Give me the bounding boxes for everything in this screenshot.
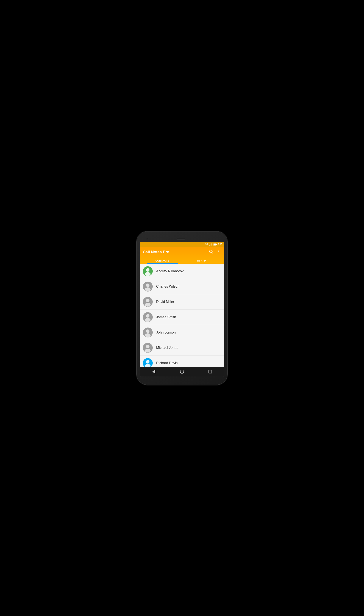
app-header: Call Notes Pro xyxy=(140,247,224,264)
svg-point-7 xyxy=(218,252,219,253)
contact-name: David Miller xyxy=(156,300,174,304)
list-item[interactable]: Andrey Nikanorov xyxy=(140,264,224,279)
svg-rect-1 xyxy=(214,244,216,245)
avatar xyxy=(143,312,153,322)
network-indicator: 3G xyxy=(205,243,208,246)
avatar xyxy=(143,297,153,307)
speaker-grille xyxy=(177,238,185,240)
contact-name: Andrey Nikanorov xyxy=(156,269,183,273)
front-camera xyxy=(146,238,148,240)
camera-area xyxy=(146,238,148,240)
contact-name: Charles Wilson xyxy=(156,285,179,288)
time-display: 6:08 xyxy=(218,243,222,246)
list-item[interactable]: Richard Davis xyxy=(140,356,224,367)
avatar xyxy=(143,266,153,276)
svg-point-19 xyxy=(145,349,151,353)
list-item[interactable]: John Jonson xyxy=(140,325,224,340)
list-item[interactable]: Charles Wilson xyxy=(140,279,224,294)
contact-name: James Smith xyxy=(156,315,176,319)
list-item[interactable]: Michael Jones xyxy=(140,340,224,356)
svg-point-11 xyxy=(145,287,151,291)
app-title-row: Call Notes Pro xyxy=(143,249,221,257)
svg-point-13 xyxy=(145,303,151,307)
svg-point-16 xyxy=(146,329,149,333)
svg-point-9 xyxy=(145,272,151,276)
contact-name: Michael Jones xyxy=(156,346,178,350)
svg-rect-2 xyxy=(216,244,217,245)
svg-point-18 xyxy=(146,345,149,348)
phone-top-bar xyxy=(140,235,224,242)
avatar xyxy=(143,328,153,337)
svg-point-20 xyxy=(146,360,149,364)
svg-point-21 xyxy=(145,364,151,367)
contact-list: Andrey Nikanorov Charles Wilson xyxy=(140,264,224,367)
recents-button[interactable] xyxy=(206,367,215,376)
home-button[interactable] xyxy=(178,367,186,376)
phone-screen: 3G 6:08 Call Notes Pro xyxy=(140,242,224,376)
svg-point-14 xyxy=(146,314,149,318)
signal-icon xyxy=(209,243,212,246)
svg-point-15 xyxy=(145,318,151,322)
home-icon xyxy=(180,370,184,374)
contact-name: John Jonson xyxy=(156,330,176,334)
svg-point-10 xyxy=(146,284,149,287)
more-menu-icon[interactable] xyxy=(216,249,221,255)
svg-point-5 xyxy=(218,250,219,250)
svg-point-12 xyxy=(146,299,149,302)
avatar xyxy=(143,358,153,367)
phone-device: 3G 6:08 Call Notes Pro xyxy=(137,232,227,385)
back-button[interactable] xyxy=(149,367,158,376)
recents-icon xyxy=(208,370,212,373)
app-title: Call Notes Pro xyxy=(143,250,169,254)
tab-in-app[interactable]: IN-APP xyxy=(182,257,221,264)
status-bar: 3G 6:08 xyxy=(140,242,224,247)
back-icon xyxy=(152,370,155,374)
battery-icon xyxy=(213,243,217,246)
search-icon[interactable] xyxy=(209,249,213,255)
tabs-row: CONTACTS IN-APP xyxy=(143,257,221,264)
avatar xyxy=(143,282,153,291)
contact-name: Richard Davis xyxy=(156,361,178,365)
status-icons: 3G 6:08 xyxy=(205,243,222,246)
list-item[interactable]: James Smith xyxy=(140,310,224,325)
tab-contacts[interactable]: CONTACTS xyxy=(143,257,182,264)
list-item[interactable]: David Miller xyxy=(140,294,224,310)
svg-point-17 xyxy=(145,333,151,337)
bottom-nav xyxy=(140,367,224,376)
svg-point-8 xyxy=(146,268,149,272)
svg-point-6 xyxy=(218,251,219,252)
avatar xyxy=(143,343,153,353)
header-icons xyxy=(209,249,221,255)
phone-bottom-bar xyxy=(140,376,224,381)
svg-line-4 xyxy=(212,252,213,254)
